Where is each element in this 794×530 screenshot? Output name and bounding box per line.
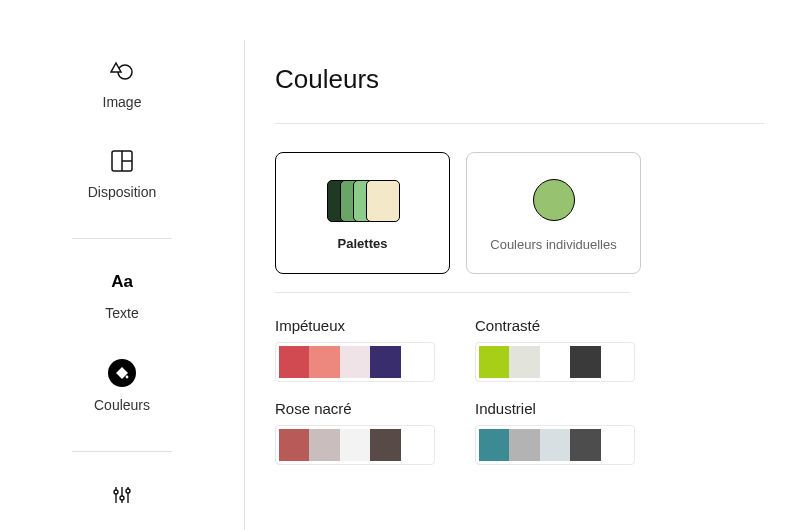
- swatch: [401, 429, 431, 461]
- swatch: [340, 346, 370, 378]
- divider: [275, 292, 630, 293]
- sidebar-item-layout[interactable]: Disposition: [88, 148, 156, 200]
- swatch-row: [275, 425, 435, 465]
- sidebar-item-label: Couleurs: [94, 397, 150, 413]
- swatch-row: [475, 425, 635, 465]
- svg-point-8: [114, 490, 118, 494]
- sidebar-divider: [72, 451, 172, 452]
- palette-name: Contrasté: [475, 317, 655, 334]
- palette-item[interactable]: Contrasté: [475, 317, 655, 382]
- palette-stack-icon: [327, 180, 399, 220]
- swatch: [601, 429, 631, 461]
- swatch: [279, 429, 309, 461]
- palette-name: Impétueux: [275, 317, 455, 334]
- page-title: Couleurs: [275, 64, 764, 95]
- swatch: [479, 346, 509, 378]
- sliders-icon: [109, 482, 135, 508]
- swatch: [479, 429, 509, 461]
- swatch: [570, 429, 600, 461]
- divider: [275, 123, 764, 124]
- svg-point-9: [120, 496, 124, 500]
- swatch: [509, 429, 539, 461]
- sidebar-item-text[interactable]: Aa Texte: [105, 269, 138, 321]
- svg-point-10: [126, 489, 130, 493]
- sidebar-item-image[interactable]: Image: [103, 58, 142, 110]
- circle-swatch-icon: [533, 179, 575, 221]
- palette-item[interactable]: Industriel: [475, 400, 655, 465]
- sidebar-item-label: Disposition: [88, 184, 156, 200]
- swatch: [370, 429, 400, 461]
- palette-grid: ImpétueuxContrastéRose nacréIndustriel: [275, 317, 764, 465]
- palette-name: Industriel: [475, 400, 655, 417]
- swatch: [570, 346, 600, 378]
- palette-item[interactable]: Rose nacré: [275, 400, 455, 465]
- swatch: [509, 346, 539, 378]
- tab-row: Palettes Couleurs individuelles: [275, 152, 764, 274]
- sidebar-item-settings[interactable]: [109, 482, 135, 508]
- sidebar-item-label: Texte: [105, 305, 138, 321]
- tab-label: Couleurs individuelles: [490, 237, 616, 252]
- swatch: [340, 429, 370, 461]
- sidebar-item-colors[interactable]: Couleurs: [94, 359, 150, 413]
- sidebar-divider: [72, 238, 172, 239]
- swatch: [309, 346, 339, 378]
- layout-icon: [109, 148, 135, 174]
- image-icon: [109, 58, 135, 84]
- swatch: [540, 429, 570, 461]
- swatch: [370, 346, 400, 378]
- swatch: [309, 429, 339, 461]
- swatch: [401, 346, 431, 378]
- svg-point-4: [126, 376, 129, 379]
- swatch: [279, 346, 309, 378]
- main-panel: Couleurs Palettes Couleurs individuelles…: [245, 40, 794, 530]
- sidebar-item-label: Image: [103, 94, 142, 110]
- swatch: [601, 346, 631, 378]
- tab-individual-colors[interactable]: Couleurs individuelles: [466, 152, 641, 274]
- paint-bucket-icon: [108, 359, 136, 387]
- stack-card: [366, 180, 400, 222]
- palette-item[interactable]: Impétueux: [275, 317, 455, 382]
- sidebar: Image Disposition Aa Texte: [0, 40, 245, 530]
- tab-palettes[interactable]: Palettes: [275, 152, 450, 274]
- tab-label: Palettes: [338, 236, 388, 251]
- swatch: [540, 346, 570, 378]
- swatch-row: [475, 342, 635, 382]
- palette-name: Rose nacré: [275, 400, 455, 417]
- text-icon: Aa: [109, 269, 135, 295]
- swatch-row: [275, 342, 435, 382]
